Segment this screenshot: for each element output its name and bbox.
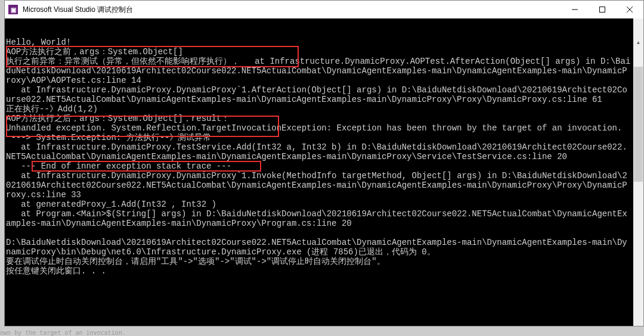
window-title: Microsoft Visual Studio 调试控制台 bbox=[23, 5, 561, 15]
console-output[interactable]: Hello, World!AOP方法执行之前，args：System.Objec… bbox=[5, 18, 643, 326]
minimize-button[interactable] bbox=[561, 1, 589, 18]
app-icon: ▣ bbox=[8, 5, 18, 14]
console-line: 执行之前异常：异常测试（异常，但依然不能影响程序执行）， at Infrastr… bbox=[6, 57, 632, 85]
scroll-up-button[interactable]: ▲ bbox=[633, 38, 643, 48]
console-line: at Infrastructure.DynamicProxy.DynamicPr… bbox=[6, 85, 632, 104]
console-line bbox=[6, 228, 632, 238]
console-line: --- End of inner exception stack trace -… bbox=[6, 161, 632, 171]
titlebar: ▣ Microsoft Visual Studio 调试控制台 bbox=[5, 1, 643, 18]
console-line: AOP方法执行之后，args：System.Object[]，result： bbox=[6, 114, 632, 123]
console-line: 正在执行--》Add(1,2) bbox=[6, 104, 632, 114]
console-line: AOP方法执行之前，args：System.Object[] bbox=[6, 47, 632, 57]
svg-rect-1 bbox=[600, 7, 605, 13]
console-line: D:\BaiduNetdiskDownload\20210619Architec… bbox=[6, 238, 632, 257]
console-line: 按任意键关闭此窗口. . . bbox=[6, 266, 632, 276]
console-line: at Program.<Main>$(String[] args) in D:\… bbox=[6, 209, 632, 228]
scroll-thumb[interactable] bbox=[634, 67, 643, 182]
close-button[interactable] bbox=[616, 1, 643, 18]
console-line: Unhandled exception. System.Reflection.T… bbox=[6, 123, 632, 133]
console-line: 要在调试停止时自动关闭控制台，请启用"工具"->"选项"->"调试"->"调试停… bbox=[6, 257, 632, 266]
console-line: at Infrastructure.DynamicProxy.DynamicPr… bbox=[6, 171, 632, 200]
console-line: at generatedProxy_1.Add(Int32 , Int32 ) bbox=[6, 200, 632, 209]
console-line: at Infrastructure.DynamicProxy.TestServi… bbox=[6, 142, 632, 161]
vertical-scrollbar[interactable]: ▲ ▼ bbox=[633, 18, 643, 326]
console-line: Hello, World! bbox=[6, 38, 632, 47]
scroll-track[interactable] bbox=[633, 67, 643, 326]
app-window: ▣ Microsoft Visual Studio 调试控制台 Hello, W… bbox=[4, 0, 644, 326]
window-controls bbox=[561, 1, 643, 18]
background-text-fragment: own by the target of an invocation. bbox=[0, 329, 126, 336]
maximize-button[interactable] bbox=[589, 1, 616, 18]
console-line: ---> System.Exception: 方法执行--》测试异常 bbox=[6, 133, 632, 142]
